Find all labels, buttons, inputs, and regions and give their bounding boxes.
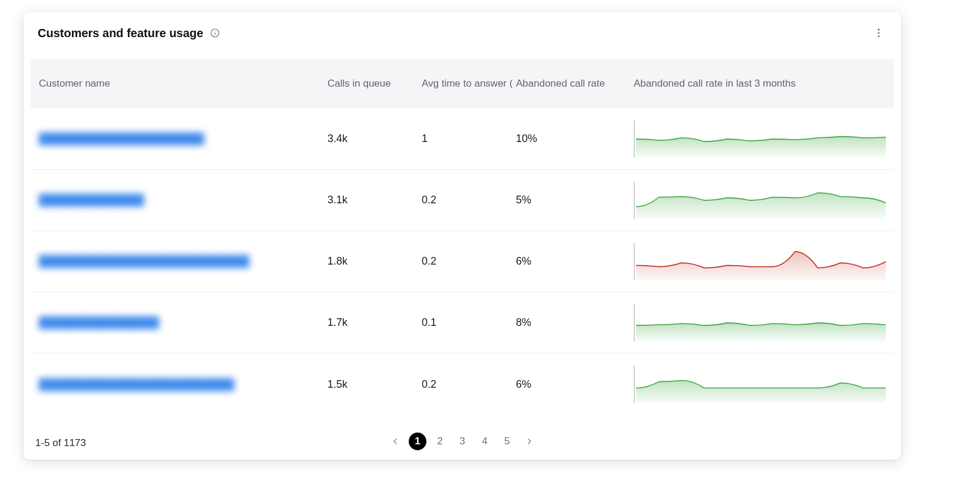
customers-table: Customer name Calls in queue Avg time to…: [24, 59, 901, 429]
sparkline-abandoned-rate: [634, 120, 886, 158]
cell-abandoned-call-rate: 6%: [516, 255, 634, 268]
pagination-controls: 12345: [386, 433, 538, 450]
svg-point-3: [878, 29, 880, 31]
cell-calls-in-queue: 1.5k: [327, 378, 422, 391]
cell-abandoned-call-rate: 6%: [516, 378, 634, 391]
table-row[interactable]: ████████████████ 1.7k 0.1 8%: [31, 292, 894, 354]
cell-avg-time-to-answer: 0.2: [422, 255, 516, 268]
table-body: ██████████████████████ 3.4k 1 10% ██████…: [31, 108, 894, 415]
col-header-abandoned-rate-3mo[interactable]: Abandoned call rate in last 3 months: [634, 78, 886, 90]
table-row[interactable]: ██████████████████████ 3.4k 1 10%: [31, 108, 894, 170]
sparkline-abandoned-rate: [634, 365, 886, 403]
cell-avg-time-to-answer: 0.1: [422, 316, 516, 329]
svg-point-2: [215, 31, 216, 31]
col-header-avg-time-to-answer[interactable]: Avg time to answer (: [422, 78, 516, 90]
svg-point-4: [878, 32, 880, 34]
cell-abandoned-call-rate: 10%: [516, 133, 634, 145]
pager-page-2[interactable]: 2: [431, 433, 449, 450]
cell-abandoned-call-rate: 5%: [516, 194, 634, 206]
customer-name-link[interactable]: ██████████████████████: [39, 133, 204, 144]
cell-avg-time-to-answer: 0.2: [422, 378, 516, 391]
col-header-calls-in-queue[interactable]: Calls in queue: [327, 78, 422, 90]
customer-name-link[interactable]: ██████████████: [39, 194, 144, 206]
svg-point-5: [878, 36, 880, 38]
pager-page-5[interactable]: 5: [498, 433, 516, 450]
pager-prev[interactable]: [386, 433, 404, 450]
customer-name-link[interactable]: ████████████████████████████: [39, 255, 249, 267]
cell-avg-time-to-answer: 0.2: [422, 194, 516, 206]
table-header-row: Customer name Calls in queue Avg time to…: [31, 59, 894, 108]
cell-calls-in-queue: 1.7k: [327, 316, 422, 329]
sparkline-abandoned-rate: [634, 182, 886, 219]
more-menu-button[interactable]: [870, 25, 887, 41]
cell-calls-in-queue: 1.8k: [327, 255, 422, 268]
cell-calls-in-queue: 3.1k: [327, 194, 422, 206]
card-header: Customers and feature usage: [24, 12, 901, 59]
cell-avg-time-to-answer: 1: [422, 133, 516, 145]
sparkline-abandoned-rate: [634, 243, 886, 280]
col-header-customer-name[interactable]: Customer name: [39, 78, 327, 90]
cell-abandoned-call-rate: 8%: [516, 316, 634, 329]
customer-name-link[interactable]: ████████████████: [39, 316, 159, 328]
table-row[interactable]: ██████████████████████████ 1.5k 0.2 6%: [31, 354, 894, 415]
customers-feature-usage-card: Customers and feature usage Customer nam…: [24, 12, 901, 460]
pager-next[interactable]: [521, 433, 538, 450]
sparkline-abandoned-rate: [634, 304, 886, 342]
pagination-range: 1-5 of 1173: [35, 437, 86, 449]
info-icon[interactable]: [209, 27, 221, 39]
table-row[interactable]: ████████████████████████████ 1.8k 0.2 6%: [31, 231, 894, 292]
pager-page-4[interactable]: 4: [476, 433, 494, 450]
table-row[interactable]: ██████████████ 3.1k 0.2 5%: [31, 170, 894, 231]
cell-calls-in-queue: 3.4k: [327, 133, 422, 145]
col-header-abandoned-call-rate[interactable]: Abandoned call rate: [516, 78, 634, 90]
pager-page-3[interactable]: 3: [453, 433, 471, 450]
card-title: Customers and feature usage: [38, 27, 203, 40]
customer-name-link[interactable]: ██████████████████████████: [39, 378, 234, 390]
pager-page-1[interactable]: 1: [409, 433, 426, 450]
